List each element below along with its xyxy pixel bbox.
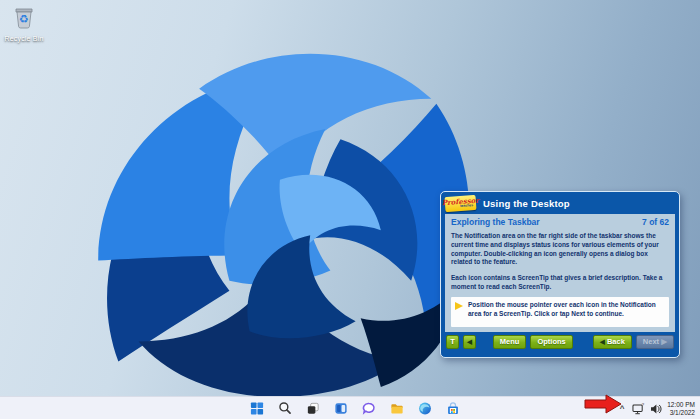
svg-text:♻: ♻	[19, 13, 29, 26]
file-explorer-icon	[390, 401, 405, 416]
annotation-arrow-icon	[584, 394, 623, 414]
widgets-icon	[334, 401, 349, 416]
back-button[interactable]: ◀ Back	[593, 335, 632, 349]
microsoft-store-button[interactable]	[445, 400, 462, 417]
body-paragraph-2: Each icon contains a ScreenTip that give…	[451, 274, 669, 292]
desktop: ♻ Recycle Bin Professor teaches Using th…	[0, 0, 700, 419]
chat-button[interactable]	[361, 400, 378, 417]
instruction-text: Position the mouse pointer over each ico…	[468, 301, 663, 319]
search-button[interactable]	[277, 400, 294, 417]
replay-audio-button[interactable]: ◀	[463, 335, 476, 349]
edge-icon	[418, 401, 433, 416]
task-view-icon	[306, 401, 321, 416]
edge-button[interactable]	[417, 400, 434, 417]
professor-teaches-logo: Professor teaches	[445, 194, 477, 211]
content-header: Exploring the Taskbar 7 of 62	[451, 217, 669, 227]
tray-time: 12:00 PM	[667, 401, 695, 409]
recycle-bin-label: Recycle Bin	[4, 35, 44, 42]
next-button[interactable]: Next ▶	[636, 335, 674, 349]
tray-date: 3/1/2022	[667, 409, 695, 417]
tray-clock[interactable]: 12:00 PM 3/1/2022	[667, 401, 695, 417]
menu-button[interactable]: Menu	[493, 335, 527, 349]
system-tray: ^ ? 12:00 PM 3/1/2022	[617, 397, 695, 419]
start-button[interactable]	[249, 400, 266, 417]
dialog-content-panel: Exploring the Taskbar 7 of 62 The Notifi…	[445, 214, 675, 332]
task-view-button[interactable]	[305, 400, 322, 417]
widgets-button[interactable]	[333, 400, 350, 417]
file-explorer-button[interactable]	[389, 400, 406, 417]
dialog-titlebar[interactable]: Professor teaches Using the Desktop	[441, 192, 679, 214]
next-arrow-icon: ▶	[661, 337, 667, 346]
next-label: Next	[643, 337, 659, 346]
network-tray-button[interactable]: ?	[632, 403, 645, 415]
chat-icon	[362, 401, 377, 416]
options-button[interactable]: Options	[530, 335, 572, 349]
wallpaper-bloom	[78, 28, 502, 398]
instruction-callout: Position the mouse pointer over each ico…	[451, 297, 669, 327]
body-paragraph-1: The Notification area on the far right s…	[451, 232, 669, 267]
replay-icon: ◀	[467, 338, 472, 345]
page-indicator: 7 of 62	[642, 217, 669, 227]
back-label: Back	[607, 337, 625, 346]
volume-tray-button[interactable]	[650, 403, 662, 415]
volume-icon	[650, 403, 662, 415]
windows-logo-icon	[250, 401, 265, 416]
taskbar-icon-group	[249, 397, 462, 419]
lesson-title: Exploring the Taskbar	[451, 217, 540, 227]
svg-text:?: ?	[642, 403, 645, 407]
back-arrow-icon: ◀	[600, 338, 605, 345]
recycle-bin-icon[interactable]: ♻ Recycle Bin	[4, 4, 44, 42]
recycle-bin-glyph: ♻	[11, 4, 37, 30]
logo-sub-text: teaches	[460, 204, 473, 208]
dialog-button-bar: T ◀ Menu Options ◀ Back Next ▶	[441, 332, 679, 357]
search-icon	[278, 401, 293, 416]
tutorial-dialog: Professor teaches Using the Desktop Expl…	[440, 191, 680, 358]
network-icon: ?	[632, 403, 645, 415]
dialog-title: Using the Desktop	[483, 198, 570, 209]
instruction-arrow-icon	[455, 302, 463, 310]
text-mode-button[interactable]: T	[446, 335, 459, 349]
microsoft-store-icon	[446, 401, 461, 416]
